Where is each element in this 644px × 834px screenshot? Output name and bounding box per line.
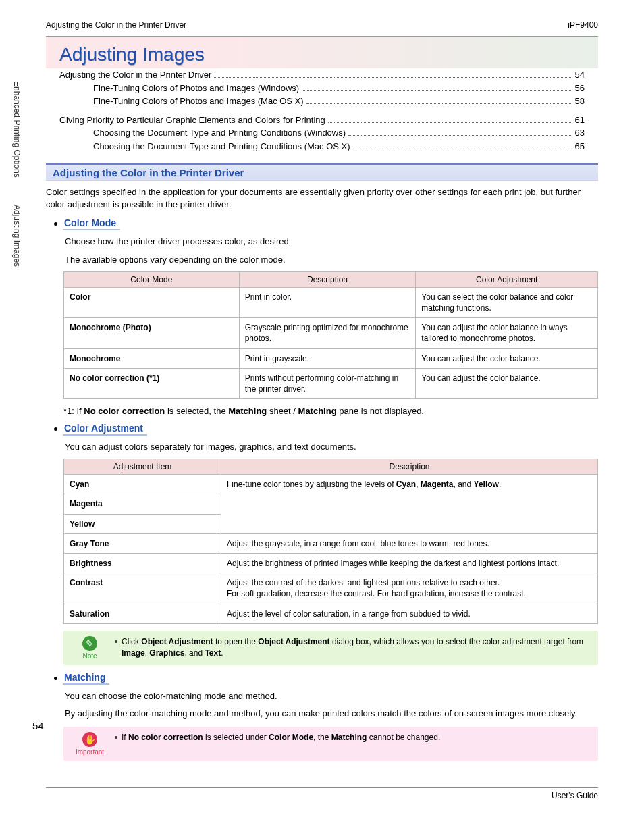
cell: Prints without performing color-matching… — [239, 368, 416, 398]
toc-label: Adjusting the Color in the Printer Drive… — [59, 68, 211, 82]
cell: Monochrome — [64, 348, 240, 368]
text: Graphics — [149, 648, 184, 658]
toc-label: Choosing the Document Type and Printing … — [93, 126, 346, 140]
toc-page: 65 — [575, 140, 585, 153]
color-adjustment-table: Adjustment Item Description Cyan Fine-tu… — [63, 459, 598, 624]
section-title: Adjusting the Color in the Printer Drive… — [53, 167, 591, 178]
text: to open the — [213, 637, 259, 646]
toc-leader — [306, 103, 572, 104]
cell: Print in color. — [239, 287, 416, 317]
section-header-bar: Adjusting the Color in the Printer Drive… — [46, 163, 598, 181]
text: Object Adjustment — [141, 637, 213, 646]
cell: Adjust the level of color saturation, in… — [221, 604, 598, 623]
toc-label: Fine-Tuning Colors of Photos and Images … — [93, 95, 304, 108]
body-text: You can choose the color-matching mode a… — [65, 690, 598, 702]
cell: Adjust the brightness of printed images … — [221, 554, 598, 573]
important-callout: ✋ Important If No color correction is se… — [63, 727, 598, 761]
toc-leader — [328, 122, 572, 123]
toc-leader — [214, 77, 572, 78]
toc-item[interactable]: Fine-Tuning Colors of Photos and Images … — [78, 95, 585, 108]
text: dialog box, which allows you to select t… — [330, 637, 584, 646]
cell: You can adjust the color balance in ways… — [416, 318, 598, 348]
subsection-title: Matching — [63, 672, 109, 685]
table-row: SaturationAdjust the level of color satu… — [64, 604, 598, 623]
subsection-title: Color Adjustment — [63, 423, 147, 436]
cell: Print in grayscale. — [239, 348, 416, 368]
table-header: Description — [239, 271, 416, 287]
text: *1: If — [63, 406, 84, 416]
toc-item[interactable]: Choosing the Document Type and Printing … — [78, 126, 585, 140]
text: pane is not displayed. — [337, 406, 424, 416]
toc-item[interactable]: Giving Priority to Particular Graphic El… — [59, 113, 585, 127]
color-mode-table: Color Mode Description Color Adjustment … — [63, 271, 598, 399]
toc-page: 58 — [575, 95, 585, 108]
note-label: Note — [72, 652, 108, 660]
text: is selected, the — [165, 406, 228, 416]
header-left: Adjusting the Color in the Printer Drive… — [46, 20, 186, 30]
text: , and — [454, 479, 474, 489]
text: Matching — [298, 406, 337, 416]
table-row: No color correction (*1)Prints without p… — [64, 368, 598, 398]
text: Magenta — [421, 479, 454, 489]
toc-leader — [302, 90, 572, 91]
subsection-title: Color Mode — [63, 217, 120, 230]
toc-item[interactable]: Adjusting the Color in the Printer Drive… — [59, 68, 585, 82]
text: No color correction — [128, 733, 203, 742]
important-text: If No color correction is selected under… — [122, 732, 440, 744]
text: Fine-tune color tones by adjusting the l… — [227, 479, 396, 489]
text: . — [499, 479, 501, 489]
table-header: Color Adjustment — [416, 271, 598, 287]
note-text: Click Object Adjustment to open the Obje… — [122, 636, 590, 660]
breadcrumb-level2[interactable]: Adjusting Images — [12, 205, 22, 267]
text: No color correction — [84, 406, 165, 416]
table-header-row: Color Mode Description Color Adjustment — [64, 271, 598, 287]
cell: Saturation — [64, 604, 221, 623]
body-text: The available options vary depending on … — [65, 254, 598, 266]
table-header: Adjustment Item — [64, 459, 221, 475]
text: cannot be changed. — [367, 733, 440, 742]
cell: Brightness — [64, 554, 221, 573]
page-header: Adjusting the Color in the Printer Drive… — [0, 0, 644, 32]
toc-leader — [353, 149, 572, 149]
page-footer: User's Guide — [46, 787, 598, 800]
table-row: Monochrome (Photo)Grayscale printing opt… — [64, 318, 598, 348]
toc-item[interactable]: Fine-Tuning Colors of Photos and Images … — [78, 82, 585, 95]
subsection-heading: Color Mode — [54, 217, 598, 230]
text: . — [221, 648, 223, 658]
cell: Monochrome (Photo) — [64, 318, 240, 348]
bullet-icon — [54, 677, 57, 680]
table-header-row: Adjustment Item Description — [64, 459, 598, 475]
toc-page: 54 — [575, 68, 585, 82]
table-row: ColorPrint in color.You can select the c… — [64, 287, 598, 317]
body-text: By adjusting the color-matching mode and… — [65, 708, 598, 720]
text: Cyan — [396, 479, 416, 489]
toc-leader — [348, 135, 572, 136]
text: Click — [122, 637, 141, 646]
table-row: BrightnessAdjust the brightness of print… — [64, 554, 598, 573]
cell: Gray Tone — [64, 533, 221, 553]
bullet-icon — [54, 427, 57, 431]
note-callout: ✎ Note Click Object Adjustment to open t… — [63, 631, 598, 665]
toc-page: 56 — [575, 82, 585, 95]
body-text: You can adjust colors separately for ima… — [65, 441, 598, 453]
text: Matching — [331, 733, 367, 742]
cell: You can select the color balance and col… — [416, 287, 598, 317]
text: Object Adjustment — [258, 637, 329, 646]
footer-text: User's Guide — [552, 791, 598, 800]
text: Color Mode — [269, 733, 313, 742]
text: sheet / — [267, 406, 298, 416]
toc-item[interactable]: Choosing the Document Type and Printing … — [78, 140, 585, 153]
cell: Magenta — [64, 494, 221, 514]
text: , — [416, 479, 421, 489]
bullet-icon — [115, 640, 117, 643]
page-number: 54 — [32, 720, 44, 731]
cell: You can adjust the color balance. — [416, 368, 598, 398]
table-row: ContrastAdjust the contrast of the darke… — [64, 573, 598, 604]
bullet-icon — [115, 736, 117, 739]
cell: Grayscale printing optimized for monochr… — [239, 318, 416, 348]
header-right: iPF9400 — [568, 20, 598, 30]
toc-label: Fine-Tuning Colors of Photos and Images … — [93, 82, 299, 95]
cell: Color — [64, 287, 240, 317]
cell: You can adjust the color balance. — [416, 348, 598, 368]
breadcrumb-level1[interactable]: Enhanced Printing Options — [12, 81, 22, 178]
